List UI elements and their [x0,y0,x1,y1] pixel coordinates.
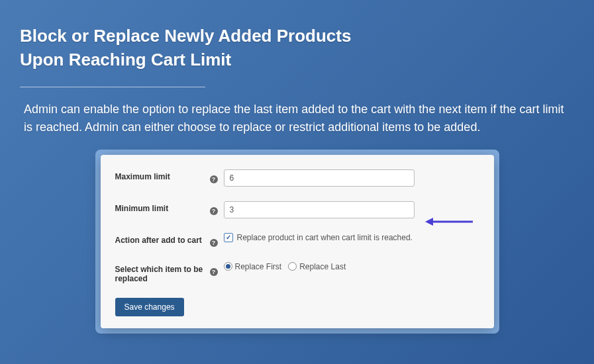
help-icon[interactable]: ? [210,207,218,215]
replace-checkbox[interactable]: ✓ [224,233,233,242]
settings-panel-outer: Maximum limit ? Minimum limit ? Action a… [95,150,499,334]
save-changes-button[interactable]: Save changes [115,298,184,316]
help-icon[interactable]: ? [210,239,218,247]
row-max-limit: Maximum limit ? [115,169,479,187]
radio-dot-icon [226,264,230,269]
help-icon[interactable]: ? [210,175,218,183]
action-label: Action after add to cart [115,233,208,245]
max-limit-label: Maximum limit [115,169,208,181]
help-icon[interactable]: ? [210,268,218,276]
check-icon: ✓ [226,234,231,241]
replace-checkbox-label: Replace product in cart when cart limit … [237,233,413,242]
description-text: Admin can enable the option to replace t… [0,87,594,136]
row-replace-select: Select which item to be replaced ? Repla… [115,262,479,283]
replace-select-label: Select which item to be replaced [115,262,208,283]
arrow-annotation-icon [425,217,473,226]
title-line1: Block or Replace Newly Added Products [20,26,351,46]
radio-replace-first[interactable] [224,262,232,271]
page-title: Block or Replace Newly Added Products Up… [0,0,594,72]
row-action: Action after add to cart ? ✓ Replace pro… [115,233,479,248]
svg-marker-1 [425,218,433,226]
settings-panel: Maximum limit ? Minimum limit ? Action a… [101,155,494,328]
title-line2: Upon Reaching Cart Limit [20,50,231,69]
radio-replace-last[interactable] [288,262,297,271]
radio-replace-first-label: Replace First [235,262,282,271]
max-limit-input[interactable] [224,169,415,187]
radio-replace-last-label: Replace Last [299,262,346,271]
min-limit-label: Minimum limit [115,201,208,213]
row-min-limit: Minimum limit ? [115,201,479,218]
min-limit-input[interactable] [224,201,415,218]
